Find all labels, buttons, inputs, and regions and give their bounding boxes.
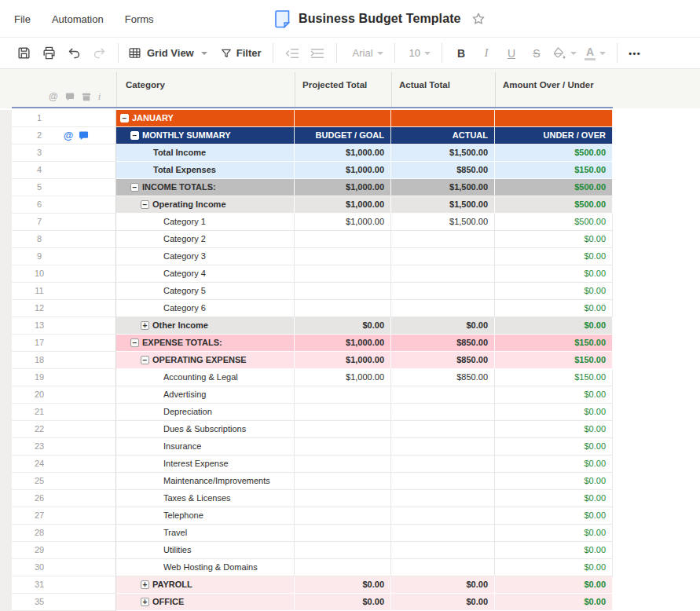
menu-file[interactable]: File	[14, 13, 31, 25]
over-under-cell[interactable]: $0.00	[495, 473, 613, 490]
over-under-cell[interactable]: UNDER / OVER	[495, 127, 613, 145]
actual-cell[interactable]: $850.00	[391, 369, 495, 386]
row-number-cell[interactable]: 2@	[12, 127, 116, 145]
projected-cell[interactable]	[295, 404, 391, 421]
expand-toggle[interactable]: +	[141, 321, 149, 330]
row-number-cell[interactable]: 9	[12, 248, 116, 265]
column-header-1[interactable]: Category	[126, 80, 165, 90]
category-cell[interactable]: Web Hosting & Domains	[116, 559, 295, 576]
redo-button[interactable]	[86, 42, 112, 64]
collapse-toggle[interactable]: −	[120, 114, 129, 123]
column-header-4[interactable]: Amount Over / Under	[503, 80, 594, 90]
over-under-cell[interactable]: $0.00	[495, 231, 613, 248]
actual-cell[interactable]: $1,500.00	[391, 179, 495, 196]
menu-automation[interactable]: Automation	[52, 13, 104, 25]
row-number-cell[interactable]: 26	[12, 490, 116, 507]
over-under-cell[interactable]: $0.00	[495, 421, 613, 438]
actual-cell[interactable]: $1,500.00	[391, 196, 495, 214]
category-cell[interactable]: Insurance	[116, 438, 295, 456]
row-number-cell[interactable]: 1	[12, 110, 116, 127]
actual-cell[interactable]	[391, 456, 495, 473]
underline-button[interactable]: U	[499, 42, 524, 64]
projected-cell[interactable]	[295, 265, 391, 283]
row-number-cell[interactable]: 8	[12, 231, 116, 248]
over-under-cell[interactable]: $150.00	[495, 335, 613, 352]
over-under-cell[interactable]: $0.00	[495, 438, 613, 456]
expand-toggle[interactable]: +	[141, 598, 149, 606]
projected-cell[interactable]	[295, 231, 391, 248]
category-cell[interactable]: +Other Income	[116, 317, 295, 335]
projected-cell[interactable]: $1,000.00	[295, 145, 391, 162]
projected-cell[interactable]	[295, 473, 391, 490]
actual-cell[interactable]	[391, 507, 495, 525]
save-button[interactable]	[11, 42, 36, 64]
row-number-cell[interactable]: 30	[12, 559, 116, 576]
category-cell[interactable]: −INCOME TOTALS:	[116, 179, 295, 196]
over-under-cell[interactable]: $0.00	[495, 525, 613, 542]
print-button[interactable]	[36, 42, 61, 64]
font-family-select[interactable]: Arial	[343, 42, 383, 64]
actual-cell[interactable]: $0.00	[391, 594, 495, 611]
over-under-cell[interactable]: $500.00	[495, 145, 613, 162]
projected-cell[interactable]	[295, 386, 391, 404]
projected-cell[interactable]	[295, 283, 391, 300]
row-number-cell[interactable]: 25	[12, 473, 116, 490]
projected-cell[interactable]: $1,000.00	[295, 369, 391, 386]
category-cell[interactable]: Maintenance/Improvements	[116, 473, 295, 490]
projected-cell[interactable]: $1,000.00	[295, 335, 391, 352]
category-cell[interactable]: Category 6	[116, 300, 295, 317]
grid-view-button[interactable]: Grid View	[128, 42, 207, 64]
row-number-cell[interactable]: 27	[12, 507, 116, 525]
over-under-cell[interactable]: $500.00	[495, 214, 613, 231]
category-cell[interactable]: Total Expenses	[116, 162, 295, 179]
projected-cell[interactable]: $0.00	[295, 594, 391, 611]
category-cell[interactable]: Total Income	[116, 145, 295, 162]
projected-cell[interactable]	[295, 300, 391, 317]
outdent-button[interactable]	[280, 42, 305, 64]
over-under-cell[interactable]: $0.00	[495, 456, 613, 473]
bold-button[interactable]: B	[449, 42, 474, 64]
projected-cell[interactable]: $0.00	[295, 576, 391, 594]
row-number-cell[interactable]: 24	[12, 456, 116, 473]
mention-at-icon[interactable]: @	[64, 130, 73, 141]
over-under-cell[interactable]: $0.00	[495, 404, 613, 421]
actual-cell[interactable]	[391, 386, 495, 404]
collapse-toggle[interactable]: −	[130, 131, 139, 140]
row-number-cell[interactable]: 10	[12, 265, 116, 283]
actual-cell[interactable]: $1,500.00	[391, 145, 495, 162]
row-number-cell[interactable]: 23	[12, 438, 116, 456]
over-under-cell[interactable]: $500.00	[495, 179, 613, 196]
projected-cell[interactable]	[295, 248, 391, 265]
row-number-cell[interactable]: 12	[12, 300, 116, 317]
category-cell[interactable]: Advertising	[116, 386, 295, 404]
filter-button[interactable]: Filter	[220, 42, 262, 64]
over-under-cell[interactable]: $0.00	[495, 576, 613, 594]
category-cell[interactable]: Category 5	[116, 283, 295, 300]
actual-cell[interactable]	[391, 231, 495, 248]
actual-cell[interactable]	[391, 473, 495, 490]
over-under-cell[interactable]: $0.00	[495, 265, 613, 283]
category-cell[interactable]: Category 3	[116, 248, 295, 265]
over-under-cell[interactable]: $150.00	[495, 162, 613, 179]
projected-cell[interactable]	[295, 525, 391, 542]
comment-icon[interactable]	[79, 131, 89, 141]
category-cell[interactable]: Taxes & Licenses	[116, 490, 295, 507]
projected-cell[interactable]	[295, 438, 391, 456]
projected-cell[interactable]	[295, 507, 391, 525]
actual-cell[interactable]	[391, 542, 495, 559]
collapse-toggle[interactable]: −	[130, 183, 139, 192]
over-under-cell[interactable]: $0.00	[495, 490, 613, 507]
over-under-cell[interactable]: $0.00	[495, 300, 613, 317]
over-under-cell[interactable]: $0.00	[495, 507, 613, 525]
row-number-cell[interactable]: 7	[12, 214, 116, 231]
star-favorite-icon[interactable]	[471, 12, 486, 26]
column-header-3[interactable]: Actual Total	[399, 80, 450, 90]
category-cell[interactable]: −MONTHLY SUMMARY	[116, 127, 295, 145]
category-cell[interactable]: −EXPENSE TOTALS:	[116, 335, 295, 352]
row-number-cell[interactable]: 31	[12, 576, 116, 594]
actual-cell[interactable]: $850.00	[391, 352, 495, 369]
category-cell[interactable]: Category 4	[116, 265, 295, 283]
row-number-cell[interactable]: 13	[12, 317, 116, 335]
row-number-cell[interactable]: 19	[12, 369, 116, 386]
projected-cell[interactable]: BUDGET / GOAL	[295, 127, 391, 145]
